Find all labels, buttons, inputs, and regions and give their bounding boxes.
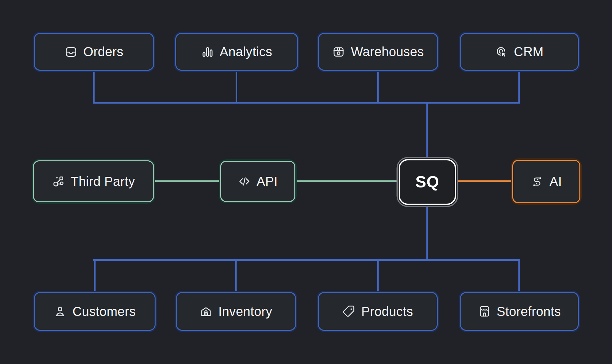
node-label: Customers [72,304,136,319]
connector-storefronts-drop [518,260,520,292]
node-warehouses[interactable]: Warehouses [318,33,438,71]
network-nodes-icon [52,175,65,188]
node-products[interactable]: Products [318,292,438,331]
connector-hub-riser [426,103,428,160]
node-label: AI [549,174,562,189]
connector-analytics-drop [236,71,237,104]
storefront-icon [478,305,491,318]
inbox-icon [65,46,77,58]
node-label: Third Party [71,174,135,189]
tag-icon [342,305,355,318]
connector-inventory-drop [235,260,237,292]
node-label: CRM [514,45,544,59]
node-inventory[interactable]: Inventory [176,292,296,331]
node-orders[interactable]: Orders [34,33,154,71]
node-analytics[interactable]: Analytics [175,33,298,71]
node-label: Warehouses [351,45,424,59]
pointer-click-icon [495,46,508,58]
node-label: Storefronts [497,304,561,319]
integration-diagram: Orders Analytics Warehouses [0,0,612,364]
ai-route-icon [531,175,544,188]
connector-top-bus [93,102,520,104]
warehouse-icon [199,305,212,318]
connector-customers-drop [94,260,96,292]
node-third-party[interactable]: Third Party [33,160,154,202]
node-crm[interactable]: CRM [460,33,579,71]
node-storefronts[interactable]: Storefronts [460,292,579,331]
node-label: Inventory [218,304,272,319]
connector-warehouses-drop [377,71,379,104]
connector-crm-drop [518,71,520,104]
node-sq-hub[interactable]: SQ [399,159,456,205]
node-customers[interactable]: Customers [34,292,156,331]
connector-orders-drop [93,71,95,104]
connector-thirdparty-api [154,180,220,182]
node-ai[interactable]: AI [512,160,580,203]
person-icon [54,305,66,318]
package-box-icon [332,46,345,58]
hub-label: SQ [415,173,439,191]
node-label: Analytics [220,45,272,59]
node-label: Products [361,304,413,319]
connector-products-drop [377,260,379,292]
node-label: API [257,174,278,189]
node-api[interactable]: API [220,161,295,202]
connector-hub-drop [426,205,428,260]
bar-chart-icon [201,46,214,58]
code-icon [238,175,251,188]
connector-api-hub [295,180,399,182]
node-label: Orders [83,45,123,59]
connector-hub-ai [456,180,513,182]
connector-bottom-bus [93,259,520,261]
